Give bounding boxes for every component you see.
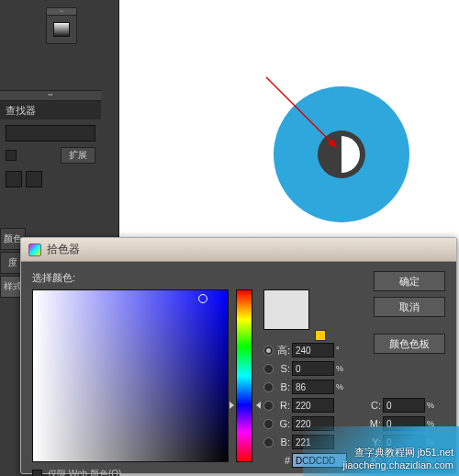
tab-label: 样式	[4, 280, 22, 293]
ok-button[interactable]: 确定	[374, 271, 445, 291]
s-label: S:	[275, 363, 290, 374]
b-input[interactable]	[292, 380, 334, 394]
swatch-label: 颜色色板	[389, 337, 430, 351]
finder-panel: •• 查找器 扩展	[0, 90, 101, 193]
hex-prefix: #	[275, 455, 290, 466]
h-label: 高:	[275, 344, 290, 357]
watermark: 查字典教程网 jb51.net jiaocheng.chazidian.com	[343, 446, 453, 470]
color-preview	[263, 289, 309, 330]
sat-radio[interactable]	[263, 364, 274, 374]
finder-search-input[interactable]	[6, 125, 95, 142]
c-label: C:	[366, 400, 381, 411]
svg-line-0	[266, 77, 336, 147]
r-input[interactable]	[292, 398, 334, 413]
bri-radio[interactable]	[263, 382, 274, 392]
s-unit: %	[336, 364, 347, 373]
dialog-titlebar[interactable]: 拾色器	[21, 238, 456, 262]
web-only-label: 仅限 Web 颜色(O)	[48, 468, 121, 476]
s-input[interactable]	[292, 361, 334, 376]
watermark-line2: jiaocheng.chazidian.com	[343, 459, 453, 470]
browse-label: 扩展	[69, 149, 87, 162]
b-unit: %	[336, 382, 347, 391]
hue-slider[interactable]	[236, 289, 252, 462]
finder-browse-button[interactable]: 扩展	[61, 147, 95, 164]
gamut-warning-icon[interactable]	[315, 330, 326, 341]
finder-thumb[interactable]	[6, 171, 22, 187]
finder-checkbox[interactable]	[6, 150, 17, 161]
cancel-button[interactable]: 取消	[374, 297, 445, 317]
new-color-swatch	[264, 290, 308, 310]
cancel-label: 取消	[399, 300, 420, 314]
bch-label: B:	[275, 436, 290, 448]
h-input[interactable]	[292, 343, 334, 357]
mini-gradient-panel[interactable]: ••	[46, 7, 77, 44]
colorpicker-icon	[28, 244, 41, 256]
panel-handle-icon[interactable]: ••	[47, 8, 76, 16]
tab-label: 颜色	[4, 232, 22, 245]
tab-label: 度	[8, 256, 17, 269]
r-label: R:	[275, 400, 290, 411]
dialog-title: 拾色器	[47, 242, 80, 257]
b-label: B:	[275, 381, 290, 392]
old-color-swatch[interactable]	[264, 310, 308, 329]
finder-title-label: 查找器	[6, 104, 36, 118]
r-radio[interactable]	[263, 401, 274, 411]
h-unit: °	[336, 346, 347, 355]
ok-label: 确定	[399, 275, 420, 289]
finder-title[interactable]: 查找器	[0, 101, 101, 119]
dialog-buttons: 确定 取消 颜色色板	[374, 271, 445, 354]
c-input[interactable]	[383, 398, 425, 413]
watermark-line1: 查字典教程网 jb51.net	[343, 446, 453, 459]
g-label: G:	[275, 418, 290, 429]
spectrum-marker-icon[interactable]	[198, 294, 207, 303]
bch-radio[interactable]	[263, 437, 274, 448]
hue-radio[interactable]	[263, 346, 274, 356]
finder-thumb[interactable]	[26, 171, 42, 187]
panel-handle-icon[interactable]: ••	[0, 90, 101, 101]
web-only-checkbox[interactable]	[32, 470, 42, 477]
web-only-row: 仅限 Web 颜色(O)	[32, 468, 121, 476]
gradient-thumb-icon[interactable]	[53, 22, 70, 37]
swatch-button[interactable]: 颜色色板	[374, 334, 445, 354]
color-spectrum[interactable]	[32, 289, 229, 462]
c-unit: %	[427, 401, 438, 410]
g-radio[interactable]	[263, 419, 274, 429]
annotation-arrow-icon	[257, 74, 358, 165]
